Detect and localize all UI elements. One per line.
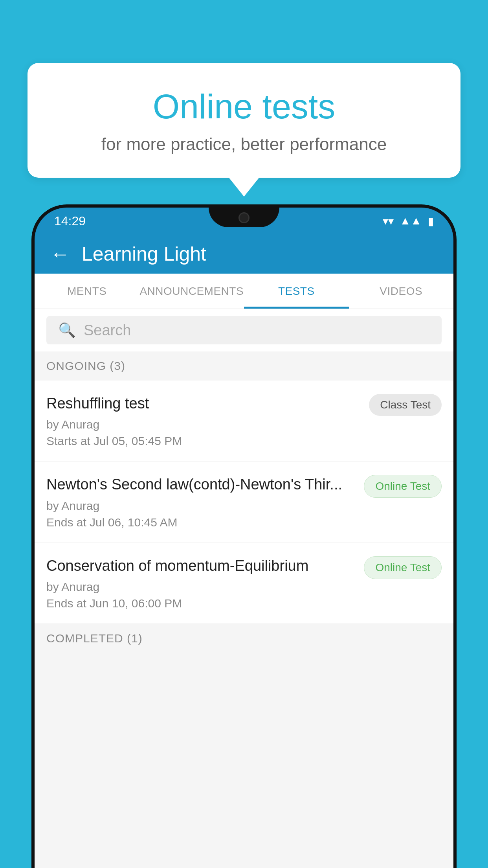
test-badge-online: Online Test [364, 475, 442, 498]
test-name: Conservation of momentum-Equilibrium [46, 556, 356, 576]
app-header: ← Learning Light [35, 234, 453, 274]
camera [238, 212, 250, 223]
completed-section-header: COMPLETED (1) [35, 624, 453, 653]
status-bar: 14:29 ▾▾ ▲▲ ▮ [35, 208, 453, 234]
search-container: 🔍 Search [35, 309, 453, 351]
test-item[interactable]: Conservation of momentum-Equilibrium by … [35, 543, 453, 624]
test-name: Newton's Second law(contd)-Newton's Thir… [46, 475, 356, 494]
search-bar[interactable]: 🔍 Search [46, 316, 442, 344]
test-info: Newton's Second law(contd)-Newton's Thir… [46, 475, 364, 529]
test-item[interactable]: Newton's Second law(contd)-Newton's Thir… [35, 462, 453, 542]
battery-icon: ▮ [428, 215, 434, 228]
tab-ments[interactable]: MENTS [35, 274, 139, 309]
test-info: Conservation of momentum-Equilibrium by … [46, 556, 364, 610]
test-author: by Anurag [46, 580, 356, 594]
status-icons: ▾▾ ▲▲ ▮ [383, 215, 434, 228]
speech-bubble: Online tests for more practice, better p… [28, 63, 460, 178]
bubble-subtitle: for more practice, better performance [59, 134, 429, 154]
test-time: Starts at Jul 05, 05:45 PM [46, 434, 361, 448]
search-icon: 🔍 [58, 322, 76, 338]
search-input[interactable]: Search [84, 322, 131, 339]
screen-content: 🔍 Search ONGOING (3) Reshuffling test by… [35, 309, 453, 868]
bubble-title: Online tests [59, 86, 429, 127]
ongoing-section-header: ONGOING (3) [35, 351, 453, 381]
phone-frame: 14:29 ▾▾ ▲▲ ▮ ← Learning Light MENTS ANN… [31, 204, 457, 868]
tabs-container: MENTS ANNOUNCEMENTS TESTS VIDEOS [35, 274, 453, 309]
test-name: Reshuffling test [46, 394, 361, 413]
test-badge-class: Class Test [369, 394, 442, 416]
test-time: Ends at Jul 06, 10:45 AM [46, 516, 356, 529]
status-time: 14:29 [54, 214, 86, 228]
test-time: Ends at Jun 10, 06:00 PM [46, 597, 356, 610]
tab-tests[interactable]: TESTS [244, 274, 349, 309]
speech-bubble-container: Online tests for more practice, better p… [28, 63, 460, 178]
signal-icon: ▲▲ [400, 215, 422, 227]
test-author: by Anurag [46, 499, 356, 513]
test-item[interactable]: Reshuffling test by Anurag Starts at Jul… [35, 381, 453, 462]
notch [209, 208, 279, 227]
phone-screen: 14:29 ▾▾ ▲▲ ▮ ← Learning Light MENTS ANN… [35, 208, 453, 868]
tab-announcements[interactable]: ANNOUNCEMENTS [139, 274, 244, 309]
test-author: by Anurag [46, 418, 361, 431]
tab-videos[interactable]: VIDEOS [349, 274, 454, 309]
test-info: Reshuffling test by Anurag Starts at Jul… [46, 394, 369, 448]
test-badge-online: Online Test [364, 556, 442, 579]
wifi-icon: ▾▾ [383, 215, 394, 228]
app-title: Learning Light [82, 243, 206, 265]
back-button[interactable]: ← [50, 243, 70, 265]
